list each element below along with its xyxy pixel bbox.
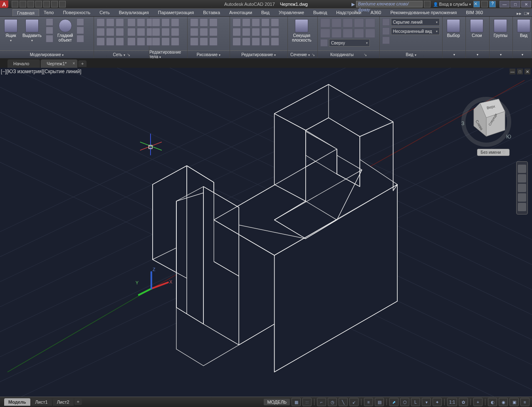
m13-icon[interactable]: [127, 28, 136, 36]
intersect-icon[interactable]: [116, 18, 124, 27]
minimize-button[interactable]: —: [500, 1, 510, 7]
circle-icon[interactable]: [190, 28, 198, 36]
tab-drawing1[interactable]: Чертеж1*×: [41, 59, 77, 68]
union-icon[interactable]: [97, 18, 105, 27]
es1-icon[interactable]: [152, 18, 160, 27]
tab-annotate[interactable]: Аннотации: [225, 9, 257, 16]
close-button[interactable]: ✕: [521, 1, 531, 7]
ucs2-icon[interactable]: [332, 18, 341, 27]
a360-icon[interactable]: [481, 1, 488, 7]
tab-mesh[interactable]: Сеть: [95, 9, 114, 16]
ucs3-icon[interactable]: [343, 18, 353, 27]
m14-icon[interactable]: [137, 28, 145, 36]
tab-view[interactable]: Вид: [257, 9, 274, 16]
snap-toggle[interactable]: ∷: [302, 398, 312, 406]
view-config-icon[interactable]: [382, 37, 390, 44]
qat-redo-icon[interactable]: [59, 1, 66, 7]
play-icon[interactable]: ▶: [351, 2, 355, 7]
qat-undo-icon[interactable]: [51, 1, 58, 7]
transparency-toggle[interactable]: ▤: [375, 398, 384, 406]
mod15-icon[interactable]: [271, 37, 279, 46]
tab-insert[interactable]: Вставка: [198, 9, 225, 16]
subtract-icon[interactable]: [106, 18, 114, 27]
es9-icon[interactable]: [171, 37, 179, 46]
d7-icon[interactable]: [190, 37, 198, 46]
m4-icon[interactable]: [97, 28, 105, 36]
ucs9-icon[interactable]: [354, 29, 364, 38]
saved-view-dropdown[interactable]: Несохраненный вид: [391, 27, 440, 35]
crease-icon[interactable]: [77, 35, 84, 42]
mod4-icon[interactable]: [261, 18, 270, 27]
vp-maximize-icon[interactable]: □: [517, 69, 523, 74]
polar-toggle[interactable]: ◷: [328, 398, 337, 406]
array-icon[interactable]: [252, 37, 260, 46]
clean-screen[interactable]: ▣: [510, 398, 519, 406]
model-view[interactable]: X Y Z: [0, 68, 532, 397]
vp-close-icon[interactable]: ✕: [525, 69, 530, 74]
m17-icon[interactable]: [137, 37, 145, 46]
selection-cycling[interactable]: ⬈: [389, 398, 398, 406]
scale-icon[interactable]: [242, 37, 250, 46]
qat-open-icon[interactable]: [20, 1, 26, 7]
smooth-object-button[interactable]: Гладкий объект: [56, 18, 75, 43]
add-tab-button[interactable]: +: [78, 60, 87, 67]
model-space-chip[interactable]: МОДЕЛЬ: [264, 399, 290, 405]
showmotion-icon[interactable]: [518, 203, 526, 211]
mirror-icon[interactable]: [242, 28, 250, 36]
zoom-icon[interactable]: [518, 184, 526, 192]
mod14-icon[interactable]: [261, 37, 270, 46]
es5-icon[interactable]: [161, 28, 170, 36]
panel-view-label[interactable]: Вид: [406, 52, 416, 57]
visual-style-dropdown[interactable]: Скрытие линий: [391, 18, 440, 26]
fullnav-icon[interactable]: [518, 165, 526, 173]
d8-icon[interactable]: [200, 37, 208, 46]
lineweight-toggle[interactable]: ≡: [364, 398, 373, 406]
panel-draw-label[interactable]: Рисование: [197, 52, 220, 57]
m16-icon[interactable]: [127, 37, 136, 46]
es2-icon[interactable]: [161, 18, 170, 27]
qat-save-icon[interactable]: [27, 1, 34, 7]
view-name-chip[interactable]: Без имени: [477, 149, 510, 156]
ucs5-icon[interactable]: [365, 18, 375, 27]
help-icon[interactable]: ?: [489, 1, 496, 7]
m9-icon[interactable]: [116, 37, 124, 46]
mod9-icon[interactable]: [261, 28, 270, 36]
rect-icon[interactable]: [200, 28, 208, 36]
layers-button[interactable]: Слои: [468, 18, 485, 39]
isodraft-toggle[interactable]: ╲: [339, 398, 348, 406]
ucs6-icon[interactable]: [320, 29, 330, 38]
gizmo-toggle[interactable]: ✦: [433, 398, 442, 406]
tab-a360[interactable]: A360: [366, 9, 386, 16]
ortho-toggle[interactable]: ⌐: [317, 398, 326, 406]
box-button[interactable]: Ящик▾: [2, 18, 19, 43]
panel-mesh-label[interactable]: Сеть: [113, 52, 125, 57]
panel-coords-label[interactable]: Координаты: [330, 52, 354, 57]
viewport-label[interactable]: [−][ЮЗ изометрия][Скрытие линий]: [1, 69, 82, 74]
view-dropdown[interactable]: Сверху: [329, 39, 370, 47]
ucs4-icon[interactable]: [354, 18, 364, 27]
es6-icon[interactable]: [171, 28, 179, 36]
orbit-icon[interactable]: [518, 193, 526, 202]
drawing-area[interactable]: [−][ЮЗ изометрия][Скрытие линий] — □ ✕: [0, 68, 532, 397]
sweep-icon[interactable]: [46, 35, 53, 42]
line-icon[interactable]: [190, 18, 198, 27]
hardware-accel[interactable]: ◉: [499, 398, 508, 406]
smooth-more-icon[interactable]: [77, 18, 84, 26]
m7-icon[interactable]: [97, 37, 105, 46]
d9-icon[interactable]: [209, 37, 218, 46]
vp-minimize-icon[interactable]: —: [510, 69, 515, 74]
tab-output[interactable]: Вывод: [309, 9, 332, 16]
ucs8-icon[interactable]: [343, 29, 353, 38]
m11-icon[interactable]: [137, 18, 145, 27]
app-logo-icon[interactable]: A: [0, 0, 8, 8]
add-layout-button[interactable]: +: [74, 398, 82, 405]
3dosnap-toggle[interactable]: ⬡: [400, 398, 409, 406]
tab-addins[interactable]: Надстройки: [332, 9, 366, 16]
groups-button[interactable]: Группы: [492, 18, 509, 39]
es7-icon[interactable]: [152, 37, 160, 46]
ucs10-icon[interactable]: [365, 29, 375, 38]
m8-icon[interactable]: [106, 37, 114, 46]
grid-toggle[interactable]: ▦: [292, 398, 301, 406]
es8-icon[interactable]: [161, 37, 170, 46]
es4-icon[interactable]: [152, 28, 160, 36]
